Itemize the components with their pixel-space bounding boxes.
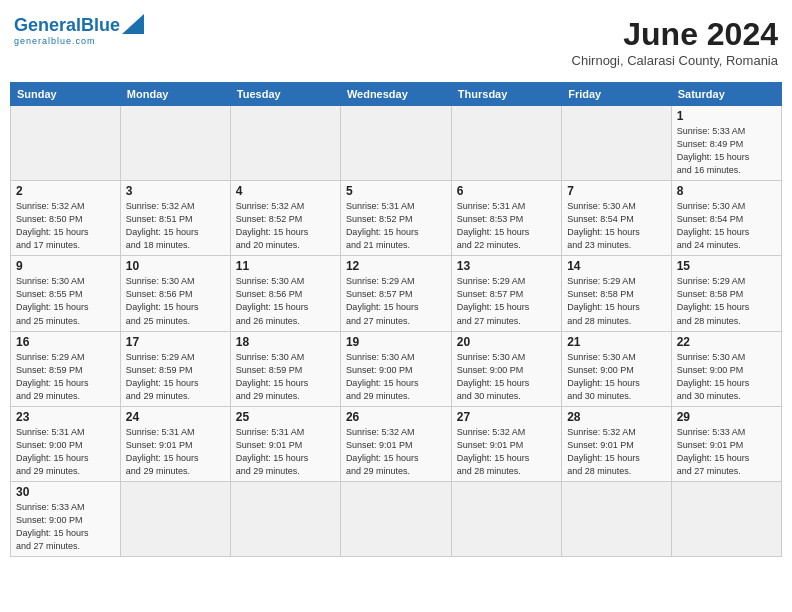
day-number: 18 [236,335,335,349]
logo-blue: Blue [81,15,120,35]
day-info: Sunrise: 5:30 AMSunset: 9:00 PMDaylight:… [346,351,446,403]
logo-triangle-icon [122,14,144,34]
calendar-cell [120,106,230,181]
day-number: 4 [236,184,335,198]
calendar-cell [340,481,451,556]
calendar-week-row: 23Sunrise: 5:31 AMSunset: 9:00 PMDayligh… [11,406,782,481]
col-header-wednesday: Wednesday [340,83,451,106]
day-number: 17 [126,335,225,349]
day-number: 14 [567,259,666,273]
logo-sub: generalblue.com [14,36,96,46]
col-header-sunday: Sunday [11,83,121,106]
day-number: 21 [567,335,666,349]
calendar-cell: 28Sunrise: 5:32 AMSunset: 9:01 PMDayligh… [562,406,672,481]
calendar-cell: 30Sunrise: 5:33 AMSunset: 9:00 PMDayligh… [11,481,121,556]
day-info: Sunrise: 5:29 AMSunset: 8:58 PMDaylight:… [567,275,666,327]
calendar-cell [562,481,672,556]
day-info: Sunrise: 5:30 AMSunset: 8:54 PMDaylight:… [677,200,776,252]
day-info: Sunrise: 5:29 AMSunset: 8:59 PMDaylight:… [126,351,225,403]
calendar-cell [230,106,340,181]
day-number: 19 [346,335,446,349]
day-info: Sunrise: 5:31 AMSunset: 8:53 PMDaylight:… [457,200,556,252]
day-info: Sunrise: 5:30 AMSunset: 8:59 PMDaylight:… [236,351,335,403]
calendar-cell: 27Sunrise: 5:32 AMSunset: 9:01 PMDayligh… [451,406,561,481]
col-header-saturday: Saturday [671,83,781,106]
calendar-cell: 26Sunrise: 5:32 AMSunset: 9:01 PMDayligh… [340,406,451,481]
calendar-cell: 10Sunrise: 5:30 AMSunset: 8:56 PMDayligh… [120,256,230,331]
day-info: Sunrise: 5:31 AMSunset: 9:00 PMDaylight:… [16,426,115,478]
day-info: Sunrise: 5:30 AMSunset: 8:54 PMDaylight:… [567,200,666,252]
calendar-cell: 11Sunrise: 5:30 AMSunset: 8:56 PMDayligh… [230,256,340,331]
day-number: 10 [126,259,225,273]
calendar-cell: 20Sunrise: 5:30 AMSunset: 9:00 PMDayligh… [451,331,561,406]
col-header-tuesday: Tuesday [230,83,340,106]
day-info: Sunrise: 5:32 AMSunset: 9:01 PMDaylight:… [567,426,666,478]
day-number: 15 [677,259,776,273]
day-info: Sunrise: 5:31 AMSunset: 9:01 PMDaylight:… [126,426,225,478]
day-number: 24 [126,410,225,424]
calendar-cell: 4Sunrise: 5:32 AMSunset: 8:52 PMDaylight… [230,181,340,256]
day-info: Sunrise: 5:30 AMSunset: 9:00 PMDaylight:… [567,351,666,403]
day-info: Sunrise: 5:29 AMSunset: 8:59 PMDaylight:… [16,351,115,403]
day-info: Sunrise: 5:32 AMSunset: 8:50 PMDaylight:… [16,200,115,252]
day-info: Sunrise: 5:31 AMSunset: 9:01 PMDaylight:… [236,426,335,478]
day-number: 27 [457,410,556,424]
calendar-week-row: 1Sunrise: 5:33 AMSunset: 8:49 PMDaylight… [11,106,782,181]
col-header-friday: Friday [562,83,672,106]
day-info: Sunrise: 5:32 AMSunset: 9:01 PMDaylight:… [346,426,446,478]
month-year: June 2024 [572,16,778,53]
calendar-cell: 13Sunrise: 5:29 AMSunset: 8:57 PMDayligh… [451,256,561,331]
day-number: 8 [677,184,776,198]
day-info: Sunrise: 5:33 AMSunset: 9:00 PMDaylight:… [16,501,115,553]
calendar-cell [120,481,230,556]
day-info: Sunrise: 5:30 AMSunset: 9:00 PMDaylight:… [677,351,776,403]
day-number: 5 [346,184,446,198]
calendar-cell [230,481,340,556]
day-info: Sunrise: 5:30 AMSunset: 8:56 PMDaylight:… [126,275,225,327]
calendar-cell: 5Sunrise: 5:31 AMSunset: 8:52 PMDaylight… [340,181,451,256]
day-info: Sunrise: 5:32 AMSunset: 8:51 PMDaylight:… [126,200,225,252]
calendar-cell: 2Sunrise: 5:32 AMSunset: 8:50 PMDaylight… [11,181,121,256]
day-info: Sunrise: 5:29 AMSunset: 8:58 PMDaylight:… [677,275,776,327]
calendar-cell: 3Sunrise: 5:32 AMSunset: 8:51 PMDaylight… [120,181,230,256]
calendar-week-row: 9Sunrise: 5:30 AMSunset: 8:55 PMDaylight… [11,256,782,331]
calendar-cell: 15Sunrise: 5:29 AMSunset: 8:58 PMDayligh… [671,256,781,331]
calendar-cell: 6Sunrise: 5:31 AMSunset: 8:53 PMDaylight… [451,181,561,256]
day-number: 30 [16,485,115,499]
day-number: 25 [236,410,335,424]
calendar-cell: 1Sunrise: 5:33 AMSunset: 8:49 PMDaylight… [671,106,781,181]
day-number: 6 [457,184,556,198]
calendar-cell [340,106,451,181]
calendar-cell [451,481,561,556]
logo: GeneralBlue generalblue.com [14,16,144,46]
day-number: 26 [346,410,446,424]
day-number: 12 [346,259,446,273]
calendar-cell: 24Sunrise: 5:31 AMSunset: 9:01 PMDayligh… [120,406,230,481]
day-number: 22 [677,335,776,349]
calendar-cell: 25Sunrise: 5:31 AMSunset: 9:01 PMDayligh… [230,406,340,481]
calendar-cell: 14Sunrise: 5:29 AMSunset: 8:58 PMDayligh… [562,256,672,331]
day-number: 9 [16,259,115,273]
day-number: 3 [126,184,225,198]
day-number: 28 [567,410,666,424]
logo-text: GeneralBlue [14,16,120,34]
day-number: 2 [16,184,115,198]
calendar-cell: 22Sunrise: 5:30 AMSunset: 9:00 PMDayligh… [671,331,781,406]
calendar-cell: 29Sunrise: 5:33 AMSunset: 9:01 PMDayligh… [671,406,781,481]
calendar-cell [11,106,121,181]
day-info: Sunrise: 5:29 AMSunset: 8:57 PMDaylight:… [346,275,446,327]
calendar-cell [562,106,672,181]
calendar-cell: 23Sunrise: 5:31 AMSunset: 9:00 PMDayligh… [11,406,121,481]
day-number: 23 [16,410,115,424]
day-info: Sunrise: 5:30 AMSunset: 8:56 PMDaylight:… [236,275,335,327]
calendar-cell: 19Sunrise: 5:30 AMSunset: 9:00 PMDayligh… [340,331,451,406]
col-header-thursday: Thursday [451,83,561,106]
calendar-week-row: 16Sunrise: 5:29 AMSunset: 8:59 PMDayligh… [11,331,782,406]
day-info: Sunrise: 5:33 AMSunset: 9:01 PMDaylight:… [677,426,776,478]
calendar-cell: 12Sunrise: 5:29 AMSunset: 8:57 PMDayligh… [340,256,451,331]
day-number: 1 [677,109,776,123]
calendar-cell: 16Sunrise: 5:29 AMSunset: 8:59 PMDayligh… [11,331,121,406]
day-info: Sunrise: 5:32 AMSunset: 9:01 PMDaylight:… [457,426,556,478]
calendar-cell: 21Sunrise: 5:30 AMSunset: 9:00 PMDayligh… [562,331,672,406]
title-area: June 2024 Chirnogi, Calarasi County, Rom… [572,16,778,68]
